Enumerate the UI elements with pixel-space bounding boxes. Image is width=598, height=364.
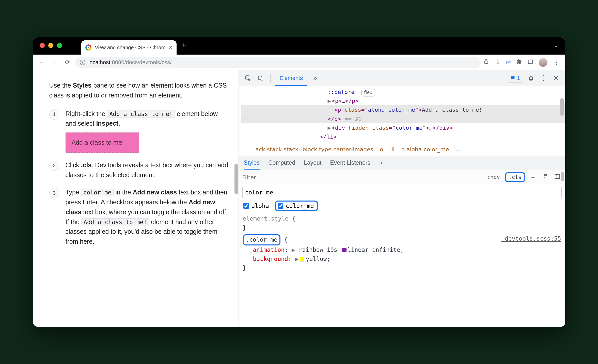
url-text: localhost:8080/docs/devtools/css/ bbox=[88, 59, 172, 66]
address-bar[interactable]: i localhost:8080/docs/devtools/css/ bbox=[75, 57, 481, 68]
toolbar-icons: ☆ ✄ ⋮ bbox=[483, 58, 561, 67]
more-tabs-chevron-icon[interactable]: » bbox=[310, 73, 320, 83]
cls-toggle[interactable]: .cls bbox=[505, 172, 525, 182]
crumb-selected[interactable]: p.aloha.color_me bbox=[401, 146, 449, 153]
crumbs-overflow-right[interactable]: … bbox=[456, 146, 461, 153]
selected-dom-node[interactable]: <p class="aloha color_me">Add a class to… bbox=[241, 105, 565, 114]
style-rules[interactable]: element.style { } .color_me { _devtools.… bbox=[239, 214, 565, 275]
close-devtools-icon[interactable]: ✕ bbox=[551, 73, 561, 83]
subtab-styles[interactable]: Styles bbox=[244, 156, 260, 170]
devtools-toolbar: Elements » 1 ⋮ ✕ bbox=[239, 70, 565, 86]
hov-toggle[interactable]: :hov bbox=[485, 174, 501, 181]
site-info-icon[interactable]: i bbox=[80, 60, 85, 65]
crumbs-overflow-left[interactable]: … bbox=[243, 146, 249, 153]
forward-button[interactable]: → bbox=[50, 57, 60, 68]
maximize-window-icon[interactable] bbox=[57, 43, 62, 48]
scissors-icon[interactable]: ✄ bbox=[506, 59, 511, 66]
separator bbox=[270, 74, 271, 83]
close-tab-icon[interactable]: × bbox=[169, 44, 172, 51]
profile-avatar-icon[interactable] bbox=[539, 58, 547, 67]
chrome-favicon-icon bbox=[85, 44, 91, 51]
minimize-window-icon[interactable] bbox=[48, 43, 53, 48]
styles-filter-row: :hov .cls ＋ bbox=[239, 170, 565, 184]
scrollbar-thumb[interactable] bbox=[560, 98, 564, 116]
bezier-editor-icon[interactable] bbox=[342, 248, 347, 252]
selector-element-style: element.style bbox=[243, 215, 289, 222]
computed-panel-toggle-icon[interactable] bbox=[553, 173, 562, 181]
subtab-computed[interactable]: Computed bbox=[268, 156, 295, 170]
add-class-section: aloha color_me bbox=[239, 184, 565, 214]
tabs-menu-chevron-icon[interactable]: ⌄ bbox=[554, 42, 558, 49]
step-1: Right-click the Add a class to me! eleme… bbox=[49, 109, 228, 153]
rule-origin-link[interactable]: _devtools.scss:55 bbox=[501, 234, 561, 243]
device-toggle-icon[interactable] bbox=[256, 73, 266, 83]
reload-button[interactable]: ⟳ bbox=[62, 57, 73, 68]
extensions-puzzle-icon[interactable] bbox=[516, 59, 522, 66]
step-3: Type color_me in the Add new class text … bbox=[49, 187, 228, 246]
back-button[interactable]: ← bbox=[37, 57, 47, 68]
new-tab-button[interactable]: + bbox=[182, 41, 186, 51]
subtab-layout[interactable]: Layout bbox=[304, 156, 321, 170]
devtools-panel: Elements » 1 ⋮ ✕ ::before flex ▶<p>…</p>… bbox=[239, 70, 565, 327]
toolbar: ← → ⟳ i localhost:8080/docs/devtools/css… bbox=[33, 55, 565, 70]
add-class-input[interactable] bbox=[242, 187, 562, 198]
code-chip: Add a class to me! bbox=[107, 110, 175, 118]
rendered-page: Use the Styles pane to see how an elemen… bbox=[33, 70, 239, 327]
code-chip: Add a class to me! bbox=[81, 218, 149, 226]
browser-tab[interactable]: View and change CSS - Chrom × bbox=[81, 40, 177, 55]
class-toggle-color-me[interactable]: color_me bbox=[275, 201, 318, 211]
checkbox[interactable] bbox=[243, 203, 249, 209]
inspect-element-icon[interactable] bbox=[243, 73, 253, 83]
subtab-event-listeners[interactable]: Event Listeners bbox=[330, 156, 370, 170]
close-window-icon[interactable] bbox=[40, 43, 45, 48]
sidepanel-icon[interactable] bbox=[528, 59, 533, 66]
content-split: Use the Styles pane to see how an elemen… bbox=[33, 70, 565, 327]
format-icon[interactable] bbox=[541, 173, 549, 181]
browser-window: View and change CSS - Chrom × + ⌄ ← → ⟳ … bbox=[33, 37, 565, 327]
code-chip: color_me bbox=[81, 189, 114, 196]
selector-color-me[interactable]: .color_me bbox=[243, 234, 281, 245]
share-icon[interactable] bbox=[483, 59, 489, 66]
flex-badge[interactable]: flex bbox=[361, 89, 375, 96]
scrollbar-thumb[interactable] bbox=[234, 164, 238, 194]
checkbox[interactable] bbox=[278, 203, 283, 209]
tab-elements[interactable]: Elements bbox=[275, 70, 308, 86]
step-2: Click .cls. DevTools reveals a text box … bbox=[49, 160, 228, 180]
titlebar: View and change CSS - Chrom × + ⌄ bbox=[33, 37, 565, 55]
dom-tree[interactable]: ::before flex ▶<p>…</p> <p class="aloha … bbox=[239, 86, 565, 143]
color-swatch-icon[interactable] bbox=[300, 257, 304, 261]
svg-rect-6 bbox=[555, 174, 560, 178]
class-toggle-aloha[interactable]: aloha bbox=[243, 203, 269, 209]
dom-breadcrumbs[interactable]: … ack.stack.stack--block.type.center-ima… bbox=[239, 143, 565, 156]
svg-rect-0 bbox=[484, 61, 488, 63]
devtools-menu-icon[interactable]: ⋮ bbox=[538, 73, 548, 83]
intro-paragraph: Use the Styles pane to see how an elemen… bbox=[49, 80, 228, 100]
styles-filter-input[interactable] bbox=[242, 172, 482, 182]
more-subtabs-chevron-icon[interactable]: » bbox=[379, 156, 382, 170]
demo-element[interactable]: Add a class to me! bbox=[66, 133, 139, 153]
scrollbar-thumb[interactable] bbox=[561, 172, 564, 181]
svg-rect-1 bbox=[528, 60, 532, 63]
styles-subtabs: Styles Computed Layout Event Listeners » bbox=[239, 156, 565, 170]
settings-gear-icon[interactable] bbox=[526, 73, 536, 83]
window-controls bbox=[40, 43, 62, 48]
issues-badge[interactable]: 1 bbox=[507, 74, 523, 82]
svg-rect-5 bbox=[261, 77, 263, 80]
new-style-rule-icon[interactable]: ＋ bbox=[529, 173, 537, 181]
tab-title: View and change CSS - Chrom bbox=[95, 45, 166, 51]
pseudo-before: ::before bbox=[328, 89, 355, 95]
chrome-menu-icon[interactable]: ⋮ bbox=[553, 58, 559, 66]
bookmark-star-icon[interactable]: ☆ bbox=[495, 59, 500, 66]
